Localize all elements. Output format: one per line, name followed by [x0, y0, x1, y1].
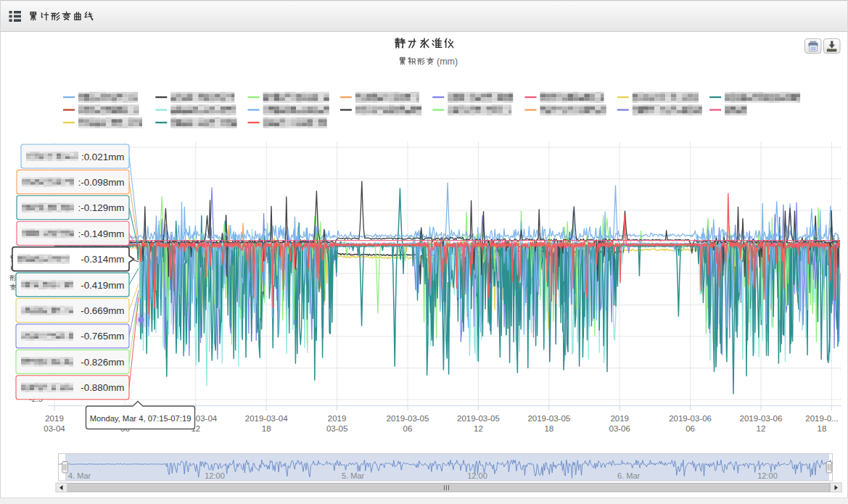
svg-text:(mm): (mm) [437, 57, 458, 67]
svg-text:06: 06 [686, 424, 695, 433]
svg-text::-0.129mm: :-0.129mm [78, 202, 125, 213]
svg-text:18: 18 [544, 424, 553, 433]
svg-text:2019-03-06: 2019-03-06 [669, 414, 712, 423]
svg-text:12: 12 [474, 424, 483, 433]
svg-text:-0.419mm: -0.419mm [81, 280, 124, 291]
svg-text:03-05: 03-05 [326, 424, 347, 433]
svg-text:-0.826mm: -0.826mm [81, 357, 124, 368]
svg-text:2019: 2019 [610, 414, 629, 423]
svg-text::-0.098mm: :-0.098mm [78, 177, 125, 188]
svg-text:-0.314mm: -0.314mm [81, 254, 124, 265]
svg-text::0.021mm: :0.021mm [81, 152, 125, 162]
svg-text::-0.149mm: :-0.149mm [78, 228, 125, 239]
svg-text:2019-03-06: 2019-03-06 [740, 414, 783, 423]
svg-text:03-06: 03-06 [609, 424, 630, 433]
svg-text:2019-0...: 2019-0... [805, 414, 838, 423]
svg-text:06: 06 [403, 424, 413, 433]
svg-text:12:00: 12:00 [205, 471, 225, 480]
svg-text:2019-03-05: 2019-03-05 [527, 414, 570, 423]
svg-text:2019: 2019 [328, 414, 347, 423]
svg-text:2019: 2019 [45, 414, 64, 423]
svg-text:03-04: 03-04 [44, 424, 65, 433]
svg-text:5. Mar: 5. Mar [342, 471, 365, 480]
svg-text:2019-03-04: 2019-03-04 [245, 414, 288, 423]
svg-text:12:00: 12:00 [467, 471, 487, 480]
svg-text:18: 18 [818, 424, 827, 433]
svg-text:12: 12 [757, 424, 766, 433]
svg-text:-0.880mm: -0.880mm [81, 382, 124, 393]
svg-text:18: 18 [262, 424, 271, 433]
svg-text:-0.669mm: -0.669mm [81, 305, 124, 316]
svg-text:2019-03-05: 2019-03-05 [387, 414, 429, 423]
svg-text:Monday, Mar 4, 07:15-07:19: Monday, Mar 4, 07:15-07:19 [90, 414, 192, 423]
svg-text:-0.765mm: -0.765mm [81, 331, 124, 342]
svg-text:2019-03-05: 2019-03-05 [457, 414, 500, 423]
svg-text:12:00: 12:00 [757, 471, 778, 480]
svg-text:6. Mar: 6. Mar [617, 471, 641, 480]
svg-text:4. Mar: 4. Mar [68, 471, 91, 480]
